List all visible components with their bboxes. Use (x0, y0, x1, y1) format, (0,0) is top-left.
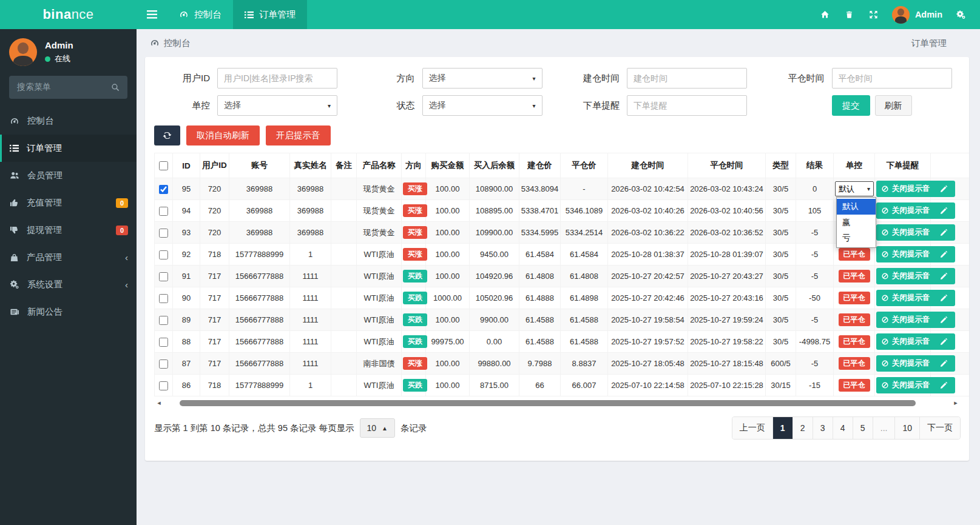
control-select[interactable]: 选择▾ (217, 95, 337, 116)
scroll-left-icon[interactable]: ◂ (154, 399, 164, 407)
edit-button[interactable] (932, 246, 955, 262)
reminder-input[interactable] (627, 95, 747, 116)
gauge-icon (10, 116, 19, 126)
row-checkbox[interactable] (159, 316, 168, 325)
edit-button[interactable] (932, 312, 955, 328)
edit-button[interactable] (932, 377, 955, 393)
row-checkbox[interactable] (159, 207, 168, 216)
page-button-10[interactable]: 10 (894, 417, 919, 439)
fullscreen-button[interactable] (862, 0, 886, 29)
dropdown-option[interactable]: 亏 (837, 230, 876, 246)
scroll-right-icon[interactable]: ▸ (951, 399, 961, 407)
row-checkbox[interactable] (159, 185, 168, 194)
column-header[interactable]: 账号 (229, 153, 290, 178)
scrollbar-thumb[interactable] (180, 400, 916, 406)
row-control-select[interactable]: 默认▾ (835, 181, 874, 196)
page-button-2[interactable]: 2 (792, 417, 813, 439)
mute-alert-button[interactable]: 关闭提示音 (876, 246, 935, 262)
column-header[interactable]: 买入后余额 (470, 153, 519, 178)
edit-button[interactable] (932, 181, 955, 197)
column-header[interactable]: 产品名称 (357, 153, 402, 178)
sidebar-item-0[interactable]: 控制台 (0, 107, 137, 135)
user-menu[interactable]: Admin (886, 6, 948, 24)
page-button-3[interactable]: 3 (813, 417, 833, 439)
brand-logo[interactable]: binance (0, 0, 137, 29)
next-page-button[interactable]: 下一页 (919, 417, 960, 439)
edit-button[interactable] (932, 290, 955, 306)
sidebar-item-3[interactable]: 充值管理0 (0, 189, 137, 216)
select-all-checkbox[interactable] (159, 161, 168, 170)
mute-alert-button[interactable]: 关闭提示音 (876, 224, 935, 241)
prev-page-button[interactable]: 上一页 (732, 417, 772, 439)
mute-alert-button[interactable]: 关闭提示音 (876, 355, 935, 372)
edit-button[interactable] (932, 202, 955, 219)
home-button[interactable] (813, 0, 837, 29)
sidebar-toggle-button[interactable] (137, 0, 167, 29)
row-checkbox[interactable] (159, 272, 168, 281)
column-header[interactable]: 建仓价 (519, 153, 561, 178)
user-id-input[interactable] (217, 68, 337, 89)
edit-button[interactable] (932, 333, 955, 350)
edit-button[interactable] (932, 355, 955, 372)
page-button-5[interactable]: 5 (853, 417, 873, 439)
column-header[interactable]: 购买金额 (426, 153, 470, 178)
topnav-item-dashboard[interactable]: 控制台 (167, 0, 233, 29)
mute-alert-button[interactable]: 关闭提示音 (876, 312, 935, 328)
row-checkbox[interactable] (159, 294, 168, 303)
column-header[interactable]: 真实姓名 (290, 153, 331, 178)
bag-icon (10, 253, 19, 262)
sidebar-item-2[interactable]: 会员管理 (0, 162, 137, 189)
column-header[interactable]: 备注 (331, 153, 357, 178)
column-header[interactable]: 类型 (766, 153, 796, 178)
horizontal-scrollbar: ◂ ▸ (154, 398, 961, 407)
cell-id: 95 (173, 178, 200, 200)
topnav-item-orders[interactable]: 订单管理 (233, 0, 307, 29)
row-checkbox[interactable] (159, 229, 168, 238)
clear-cache-button[interactable] (837, 0, 862, 29)
direction-select[interactable]: 选择▾ (422, 68, 542, 89)
column-header[interactable]: 结果 (796, 153, 834, 178)
enable-sound-button[interactable]: 开启提示音 (266, 125, 331, 145)
cell-type: 30/5 (766, 222, 796, 244)
edit-button[interactable] (932, 268, 955, 284)
open-time-input[interactable] (627, 68, 747, 89)
mute-alert-button[interactable]: 关闭提示音 (876, 290, 935, 306)
sidebar-item-4[interactable]: 提现管理0 (0, 216, 137, 244)
column-header[interactable]: 平仓价 (561, 153, 608, 178)
page-size-select[interactable]: 10 ▲ (360, 418, 395, 438)
column-header[interactable]: ID (173, 153, 200, 178)
column-header[interactable]: 下单提醒 (875, 153, 931, 178)
row-checkbox[interactable] (159, 359, 168, 369)
cancel-auto-refresh-button[interactable]: 取消自动刷新 (186, 125, 260, 145)
edit-button[interactable] (932, 224, 955, 241)
table-refresh-button[interactable] (154, 125, 180, 145)
mute-alert-button[interactable]: 关闭提示音 (876, 268, 935, 284)
page-ellipsis[interactable]: ... (873, 417, 895, 439)
page-button-4[interactable]: 4 (833, 417, 853, 439)
mute-alert-button[interactable]: 关闭提示音 (876, 333, 935, 350)
mute-alert-button[interactable]: 关闭提示音 (876, 181, 935, 197)
column-header[interactable]: 平仓时间 (688, 153, 766, 178)
row-checkbox[interactable] (159, 338, 168, 347)
status-select[interactable]: 选择▾ (422, 95, 542, 116)
sidebar-item-6[interactable]: 系统设置‹ (0, 271, 137, 298)
page-button-1[interactable]: 1 (772, 417, 792, 439)
refresh-button[interactable]: 刷新 (875, 95, 912, 116)
close-time-input[interactable] (832, 68, 952, 89)
column-header[interactable]: 用户ID (200, 153, 229, 178)
column-header[interactable]: 方向 (402, 153, 426, 178)
submit-button[interactable]: 提交 (832, 95, 870, 116)
sidebar-item-7[interactable]: 新闻公告 (0, 298, 137, 326)
sidebar-item-5[interactable]: 产品管理‹ (0, 244, 137, 271)
sidebar-item-1[interactable]: 订单管理 (0, 135, 137, 162)
mute-alert-button[interactable]: 关闭提示音 (876, 202, 935, 219)
mute-alert-button[interactable]: 关闭提示音 (876, 377, 935, 393)
dropdown-option[interactable]: 默认 (837, 199, 876, 215)
row-checkbox[interactable] (159, 250, 168, 259)
dropdown-option[interactable]: 赢 (837, 215, 876, 230)
column-header[interactable]: 单控 (834, 153, 875, 178)
column-header[interactable]: 建仓时间 (608, 153, 688, 178)
sidebar-search-input[interactable]: 搜索菜单 (9, 76, 127, 99)
settings-button[interactable] (948, 0, 973, 29)
row-checkbox[interactable] (159, 381, 168, 390)
